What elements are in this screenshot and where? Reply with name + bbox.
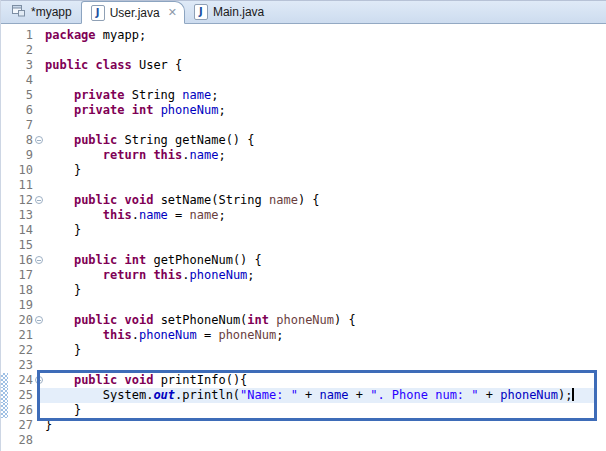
- code-line: 13 this.name = name;: [1, 208, 606, 223]
- tab-label: *myapp: [31, 5, 72, 19]
- code-text[interactable]: private int phoneNum;: [45, 103, 606, 118]
- tab-label: User.java: [110, 6, 160, 20]
- annotation-gutter: [1, 223, 8, 238]
- code-line: 24 public void printInfo(){: [1, 373, 606, 388]
- code-text[interactable]: public int getPhoneNum() {: [45, 253, 606, 268]
- line-number: 24: [8, 373, 33, 388]
- tab--myapp[interactable]: *myapp: [2, 0, 81, 23]
- code-line: 8 public String getName() {: [1, 133, 606, 148]
- fold-gutter: [33, 223, 45, 238]
- annotation-gutter: [1, 73, 8, 88]
- code-text[interactable]: }: [45, 283, 606, 298]
- fold-gutter: [33, 73, 45, 88]
- line-number: 28: [8, 433, 33, 448]
- code-text[interactable]: this.name = name;: [45, 208, 606, 223]
- code-text[interactable]: public class User {: [45, 58, 606, 73]
- code-text[interactable]: [45, 178, 606, 193]
- fold-gutter: [33, 148, 45, 163]
- code-text[interactable]: [45, 238, 606, 253]
- fold-gutter: [33, 283, 45, 298]
- annotation-gutter: [1, 28, 8, 43]
- line-number: 6: [8, 103, 33, 118]
- minus-circle-icon[interactable]: [35, 376, 43, 384]
- minus-circle-icon[interactable]: [35, 196, 43, 204]
- minus-circle-icon[interactable]: [35, 256, 43, 264]
- fold-gutter: [33, 433, 45, 448]
- line-number: 2: [8, 43, 33, 58]
- code-text[interactable]: [45, 433, 606, 448]
- annotation-gutter: [1, 208, 8, 223]
- code-text[interactable]: [45, 73, 606, 88]
- line-number: 12: [8, 193, 33, 208]
- code-text[interactable]: return this.name;: [45, 148, 606, 163]
- line-number: 21: [8, 328, 33, 343]
- code-text[interactable]: package myapp;: [45, 28, 606, 43]
- code-line: 25 System.out.println("Name: " + name + …: [1, 388, 606, 403]
- code-text[interactable]: public void setPhoneNum(int phoneNum) {: [45, 313, 606, 328]
- fold-gutter: [33, 253, 45, 268]
- line-number: 26: [8, 403, 33, 418]
- code-editor[interactable]: 1package myapp;23public class User {45 p…: [1, 24, 606, 451]
- code-line: 6 private int phoneNum;: [1, 103, 606, 118]
- close-icon[interactable]: ✕: [168, 7, 177, 18]
- code-line: 26 }: [1, 403, 606, 418]
- code-text[interactable]: }: [45, 403, 606, 418]
- fold-gutter: [33, 418, 45, 433]
- code-line: 28: [1, 433, 606, 448]
- code-line: 10 }: [1, 163, 606, 178]
- code-text[interactable]: }: [45, 163, 606, 178]
- code-line: 5 private String name;: [1, 88, 606, 103]
- tab-user-java[interactable]: JUser.java✕: [81, 1, 185, 24]
- line-number: 14: [8, 223, 33, 238]
- line-number: 17: [8, 268, 33, 283]
- fold-gutter: [33, 133, 45, 148]
- line-number: 9: [8, 148, 33, 163]
- java-file-icon: J: [91, 5, 105, 21]
- annotation-gutter: [1, 433, 8, 448]
- code-text[interactable]: [45, 358, 606, 373]
- line-number: 23: [8, 358, 33, 373]
- code-text[interactable]: this.phoneNum = phoneNum;: [45, 328, 606, 343]
- annotation-gutter: [1, 103, 8, 118]
- change-marker: [1, 373, 8, 388]
- code-text[interactable]: }: [45, 223, 606, 238]
- code-line: 27}: [1, 418, 606, 433]
- code-line: 20 public void setPhoneNum(int phoneNum)…: [1, 313, 606, 328]
- line-number: 20: [8, 313, 33, 328]
- code-rows: 1package myapp;23public class User {45 p…: [1, 24, 606, 448]
- line-number: 18: [8, 283, 33, 298]
- line-number: 19: [8, 298, 33, 313]
- code-text[interactable]: System.out.println("Name: " + name + ". …: [45, 388, 606, 403]
- annotation-gutter: [1, 133, 8, 148]
- minus-circle-icon[interactable]: [35, 136, 43, 144]
- code-line: 19: [1, 298, 606, 313]
- minus-circle-icon[interactable]: [35, 316, 43, 324]
- code-text[interactable]: private String name;: [45, 88, 606, 103]
- annotation-gutter: [1, 313, 8, 328]
- annotation-gutter: [1, 118, 8, 133]
- change-marker: [1, 403, 8, 418]
- code-text[interactable]: [45, 298, 606, 313]
- annotation-gutter: [1, 283, 8, 298]
- java-file-icon: J: [194, 4, 208, 20]
- code-text[interactable]: public String getName() {: [45, 133, 606, 148]
- code-text[interactable]: public void setName(String name) {: [45, 193, 606, 208]
- code-text[interactable]: [45, 118, 606, 133]
- tab-main-java[interactable]: JMain.java: [185, 0, 273, 23]
- fold-gutter: [33, 388, 45, 403]
- fold-gutter: [33, 103, 45, 118]
- code-text[interactable]: [45, 43, 606, 58]
- code-line: 23: [1, 358, 606, 373]
- annotation-gutter: [1, 163, 8, 178]
- code-text[interactable]: public void printInfo(){: [45, 373, 606, 388]
- code-text[interactable]: return this.phoneNum;: [45, 268, 606, 283]
- code-text[interactable]: }: [45, 343, 606, 358]
- code-text[interactable]: }: [45, 418, 606, 433]
- fold-gutter: [33, 373, 45, 388]
- line-number: 11: [8, 178, 33, 193]
- annotation-gutter: [1, 178, 8, 193]
- line-number: 25: [8, 388, 33, 403]
- annotation-gutter: [1, 328, 8, 343]
- tab-label: Main.java: [213, 5, 264, 19]
- annotation-gutter: [1, 58, 8, 73]
